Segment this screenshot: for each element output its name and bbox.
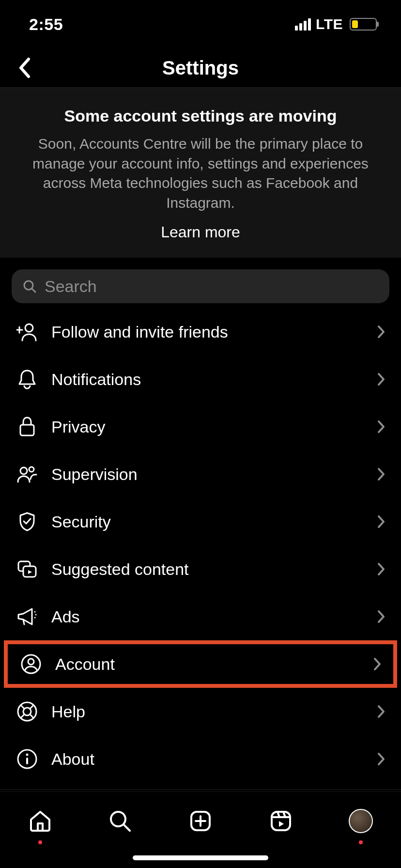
row-label: Help	[51, 702, 364, 721]
banner-heading: Some account settings are moving	[19, 107, 382, 125]
megaphone-icon	[15, 605, 39, 628]
svg-point-5	[29, 467, 34, 472]
svg-point-9	[35, 614, 37, 616]
people-icon	[15, 463, 39, 486]
chevron-right-icon	[377, 562, 386, 576]
svg-point-8	[34, 611, 36, 613]
plus-square-icon	[188, 809, 213, 833]
svg-point-10	[34, 617, 36, 619]
tab-search[interactable]	[101, 802, 139, 840]
chevron-right-icon	[377, 372, 386, 387]
row-security[interactable]: Security	[0, 498, 401, 545]
notification-dot	[359, 840, 363, 844]
search-field[interactable]	[12, 269, 389, 303]
row-label: Ads	[51, 607, 364, 626]
tab-create[interactable]	[181, 802, 220, 840]
row-about[interactable]: About	[0, 735, 401, 783]
lock-icon	[15, 415, 39, 438]
banner-learn-more[interactable]: Learn more	[161, 223, 240, 241]
svg-point-18	[111, 812, 125, 826]
signal-icon	[295, 18, 311, 31]
home-indicator[interactable]	[133, 855, 268, 860]
search-icon	[22, 279, 37, 294]
row-suggested-content[interactable]: Suggested content	[0, 545, 401, 593]
chevron-right-icon	[377, 704, 386, 719]
status-right: LTE	[295, 16, 377, 32]
media-stack-icon	[15, 558, 39, 581]
row-label: Security	[51, 512, 364, 531]
lifebuoy-icon	[15, 700, 39, 723]
bell-icon	[15, 368, 39, 391]
status-bar: 2:55 LTE	[0, 0, 401, 48]
svg-point-2	[25, 324, 33, 332]
search-input[interactable]	[45, 277, 379, 296]
avatar	[349, 809, 373, 833]
chevron-right-icon	[377, 752, 386, 766]
home-icon	[28, 809, 52, 833]
svg-line-1	[32, 289, 35, 292]
svg-point-16	[26, 754, 29, 756]
settings-list: Follow and invite friends Notifications …	[0, 308, 401, 868]
chevron-right-icon	[377, 419, 386, 434]
chevron-left-icon	[18, 57, 31, 78]
info-icon	[15, 747, 39, 771]
shield-check-icon	[15, 510, 39, 533]
row-label: Account	[55, 655, 360, 674]
tab-profile[interactable]	[341, 802, 380, 840]
row-label: Follow and invite friends	[51, 323, 364, 341]
search-container	[0, 258, 401, 308]
chevron-right-icon	[377, 467, 386, 481]
info-banner: Some account settings are moving Soon, A…	[0, 88, 401, 258]
row-label: Notifications	[51, 370, 364, 389]
row-label: About	[51, 750, 364, 769]
row-label: Privacy	[51, 418, 364, 436]
chevron-right-icon	[373, 657, 382, 671]
svg-rect-17	[26, 758, 28, 764]
search-icon	[108, 809, 132, 833]
row-ads[interactable]: Ads	[0, 593, 401, 640]
row-help[interactable]: Help	[0, 688, 401, 735]
svg-point-12	[28, 659, 34, 665]
row-account[interactable]: Account	[4, 640, 397, 688]
page-title: Settings	[162, 57, 239, 79]
svg-rect-21	[272, 812, 290, 830]
status-time: 2:55	[29, 15, 63, 34]
divider	[0, 790, 401, 790]
chevron-right-icon	[377, 609, 386, 624]
tab-reels[interactable]	[262, 802, 300, 840]
nav-header: Settings	[0, 48, 401, 87]
svg-rect-3	[20, 425, 34, 435]
row-label: Suggested content	[51, 560, 364, 579]
row-follow-invite[interactable]: Follow and invite friends	[0, 308, 401, 356]
row-privacy[interactable]: Privacy	[0, 403, 401, 450]
network-label: LTE	[316, 16, 343, 32]
banner-body: Soon, Accounts Centre will be the primar…	[19, 134, 382, 213]
row-notifications[interactable]: Notifications	[0, 356, 401, 403]
row-label: Supervision	[51, 465, 364, 484]
svg-line-19	[124, 825, 130, 831]
svg-point-14	[23, 708, 31, 715]
battery-icon	[350, 18, 377, 31]
person-circle-icon	[19, 652, 43, 676]
chevron-right-icon	[377, 325, 386, 339]
reels-icon	[269, 809, 293, 833]
back-button[interactable]	[10, 53, 39, 82]
notification-dot	[38, 840, 42, 844]
chevron-right-icon	[377, 514, 386, 529]
add-person-icon	[15, 320, 39, 343]
svg-point-4	[20, 467, 27, 474]
row-supervision[interactable]: Supervision	[0, 450, 401, 498]
tab-home[interactable]	[21, 802, 60, 840]
